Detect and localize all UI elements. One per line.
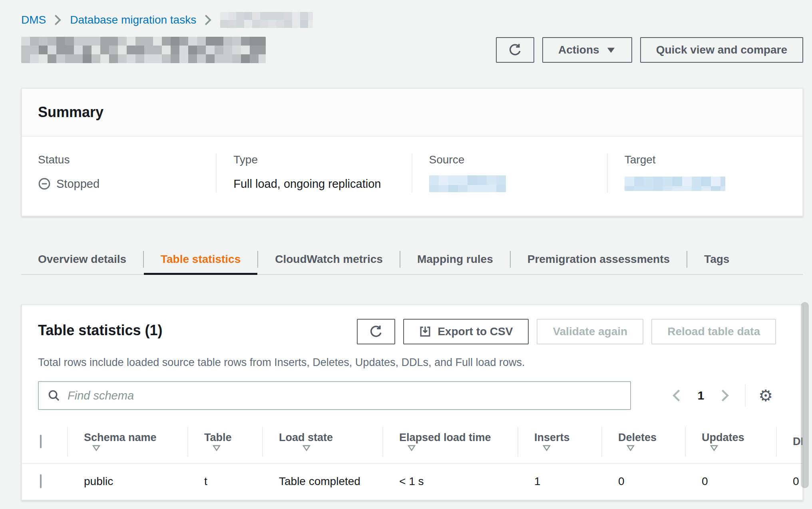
refresh-icon bbox=[369, 325, 383, 338]
cell-inserts: 1 bbox=[517, 463, 601, 500]
table-controls-row: 1 ⚙ bbox=[38, 381, 786, 410]
column-header-schema-name: Schema name bbox=[67, 420, 187, 463]
cell-updates: 0 bbox=[685, 463, 776, 500]
download-icon bbox=[419, 326, 431, 338]
type-label: Type bbox=[233, 153, 411, 166]
tab-overview-details[interactable]: Overview details bbox=[21, 245, 143, 274]
table-statistics-card: Table statistics (1) bbox=[21, 304, 803, 501]
cell-deletes: 0 bbox=[601, 463, 685, 500]
target-label: Target bbox=[625, 153, 802, 166]
status-value: Stopped bbox=[56, 177, 100, 191]
page-actions: Actions Quick view and compare bbox=[496, 37, 803, 63]
column-header-load-state: Load state bbox=[262, 420, 382, 463]
sort-icon[interactable] bbox=[212, 444, 221, 452]
cell-elapsed-load-time: < 1 s bbox=[382, 463, 517, 500]
refresh-icon bbox=[508, 43, 522, 57]
cell-ddls: 0 bbox=[776, 463, 802, 500]
table-row: public t Table completed < 1 s 1 0 0 0 bbox=[22, 463, 802, 500]
select-all-checkbox[interactable] bbox=[40, 435, 42, 448]
target-value-redacted[interactable] bbox=[625, 177, 725, 191]
summary-card: Summary Status Stopped Type Full load, o… bbox=[21, 88, 803, 217]
pagination: 1 ⚙ bbox=[669, 384, 775, 407]
column-header-inserts: Inserts bbox=[517, 420, 601, 463]
column-header-deletes: Deletes bbox=[601, 420, 685, 463]
table-preferences-gear-button[interactable]: ⚙ bbox=[756, 388, 775, 404]
sort-icon[interactable] bbox=[302, 444, 311, 452]
task-detail-tabs: Overview details Table statistics CloudW… bbox=[21, 245, 803, 275]
cell-schema-name: public bbox=[67, 463, 187, 500]
tab-tags[interactable]: Tags bbox=[687, 245, 746, 274]
source-value-redacted[interactable] bbox=[429, 175, 506, 192]
current-page-number: 1 bbox=[697, 389, 704, 402]
type-value: Full load, ongoing replication bbox=[233, 175, 411, 193]
sort-icon[interactable] bbox=[92, 444, 101, 452]
summary-field-target: Target bbox=[607, 153, 802, 193]
page-scrollbar-thumb[interactable] bbox=[801, 302, 809, 488]
sort-icon[interactable] bbox=[626, 444, 635, 452]
column-header-table: Table bbox=[187, 420, 262, 463]
refresh-button[interactable] bbox=[496, 37, 534, 63]
next-page-button[interactable] bbox=[718, 386, 733, 405]
table-statistics-actions: Export to CSV Validate again Reload tabl… bbox=[357, 319, 776, 344]
breadcrumb-dms-link[interactable]: DMS bbox=[21, 14, 46, 26]
row-checkbox[interactable] bbox=[40, 474, 42, 488]
export-to-csv-button[interactable]: Export to CSV bbox=[403, 319, 529, 344]
tab-cloudwatch-metrics[interactable]: CloudWatch metrics bbox=[258, 245, 400, 274]
cell-table: t bbox=[187, 463, 262, 500]
table-statistics-title: Table statistics (1) bbox=[38, 319, 162, 339]
reload-table-data-button[interactable]: Reload table data bbox=[651, 319, 776, 344]
task-name-redacted bbox=[21, 37, 266, 63]
breadcrumb-chevron-icon bbox=[204, 14, 212, 26]
sort-icon[interactable] bbox=[710, 444, 718, 452]
previous-page-button[interactable] bbox=[669, 386, 684, 405]
quick-view-label: Quick view and compare bbox=[656, 44, 787, 56]
breadcrumb-task-name-redacted bbox=[220, 12, 313, 28]
cell-load-state: Table completed bbox=[262, 463, 382, 500]
tab-premigration-assessments[interactable]: Premigration assessments bbox=[511, 245, 687, 274]
sort-icon[interactable] bbox=[407, 444, 416, 452]
summary-body: Status Stopped Type Full load, ongoing r… bbox=[22, 137, 802, 216]
tab-mapping-rules[interactable]: Mapping rules bbox=[400, 245, 510, 274]
table-statistics-description: Total rows include loaded source table r… bbox=[38, 356, 786, 369]
validate-again-button[interactable]: Validate again bbox=[537, 319, 643, 344]
quick-view-compare-button[interactable]: Quick view and compare bbox=[640, 37, 803, 63]
summary-field-type: Type Full load, ongoing replication bbox=[216, 153, 411, 193]
breadcrumb: DMS Database migration tasks bbox=[21, 0, 803, 28]
gear-icon: ⚙ bbox=[758, 386, 773, 405]
reload-label: Reload table data bbox=[667, 325, 760, 338]
stopped-status-icon bbox=[38, 177, 51, 190]
table-statistics-table: Schema name Table Load state Elapsed loa… bbox=[22, 420, 802, 500]
export-label: Export to CSV bbox=[438, 325, 513, 338]
summary-field-status: Status Stopped bbox=[22, 153, 216, 193]
validate-label: Validate again bbox=[553, 325, 627, 338]
caret-down-icon bbox=[606, 46, 616, 54]
table-statistics-header: Table statistics (1) bbox=[22, 319, 802, 344]
column-header-elapsed-load-time: Elapsed load time bbox=[382, 420, 517, 463]
breadcrumb-chevron-icon bbox=[54, 14, 62, 26]
breadcrumb-tasks-link[interactable]: Database migration tasks bbox=[70, 14, 196, 26]
schema-search-box bbox=[38, 381, 631, 410]
summary-card-header: Summary bbox=[22, 89, 802, 137]
find-schema-input[interactable] bbox=[68, 389, 621, 402]
actions-label: Actions bbox=[558, 44, 599, 56]
page-header: Actions Quick view and compare bbox=[21, 37, 803, 63]
summary-field-source: Source bbox=[412, 153, 607, 193]
column-header-updates: Updates bbox=[685, 420, 776, 463]
column-header-ddls: DDLs bbox=[776, 420, 802, 463]
status-label: Status bbox=[38, 153, 216, 166]
source-label: Source bbox=[429, 153, 607, 166]
table-scroll-area: Schema name Table Load state Elapsed loa… bbox=[22, 420, 802, 500]
table-refresh-button[interactable] bbox=[357, 319, 395, 344]
actions-dropdown-button[interactable]: Actions bbox=[542, 37, 632, 63]
table-header-row: Schema name Table Load state Elapsed loa… bbox=[22, 420, 802, 463]
search-icon bbox=[48, 389, 60, 402]
summary-title: Summary bbox=[38, 104, 786, 121]
tab-table-statistics[interactable]: Table statistics bbox=[144, 245, 257, 274]
sort-icon[interactable] bbox=[542, 444, 551, 452]
pagination-separator bbox=[745, 384, 746, 407]
